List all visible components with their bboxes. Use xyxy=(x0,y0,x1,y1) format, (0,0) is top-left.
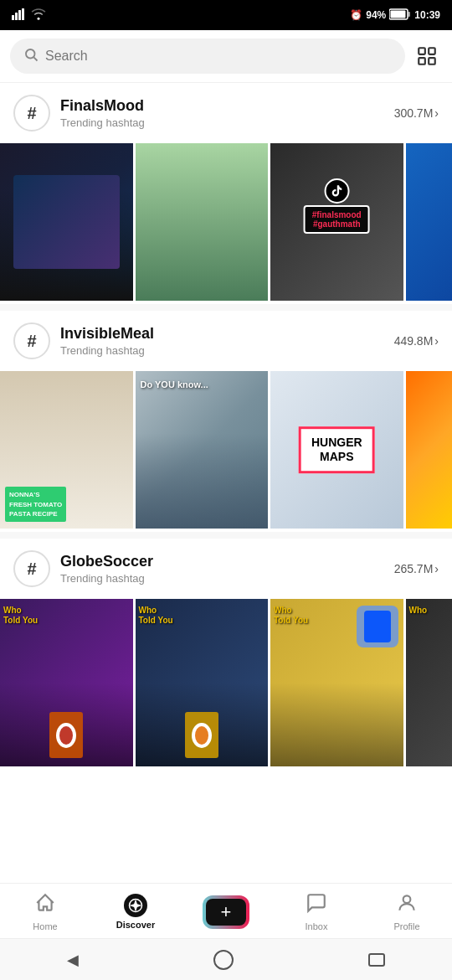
hashtag-name-1: FinalsMood xyxy=(60,97,145,115)
nav-label-profile: Profile xyxy=(393,921,419,931)
hashtag-left-1: # FinalsMood Trending hashtag xyxy=(13,95,145,132)
nav-item-home[interactable]: Home xyxy=(16,892,74,931)
hunger-maps-box: HUNGERMAPS xyxy=(299,426,375,473)
hashtag-header-1[interactable]: # FinalsMood Trending hashtag 300.7M › xyxy=(13,95,439,132)
nav-item-profile[interactable]: Profile xyxy=(378,892,436,931)
who-text-2: WhoTold You xyxy=(139,606,173,626)
hashtag-subtitle-3: Trending hashtag xyxy=(60,572,153,585)
hashtag-left-2: # InvisibleMeal Trending hashtag xyxy=(13,322,154,359)
nav-item-inbox[interactable]: Inbox xyxy=(287,892,346,931)
hashtag-name-2: InvisibleMeal xyxy=(60,325,154,343)
hashtag-header-2[interactable]: # InvisibleMeal Trending hashtag 449.8M … xyxy=(13,322,439,359)
hashtag-left-3: # GlobeSoccer Trending hashtag xyxy=(13,550,153,587)
content-scroll: # FinalsMood Trending hashtag 300.7M › xyxy=(0,83,452,980)
status-left xyxy=(12,8,46,23)
recents-button[interactable] xyxy=(368,953,385,967)
who-text-4: Who xyxy=(409,606,428,616)
svg-rect-5 xyxy=(391,10,406,18)
chevron-icon-1: › xyxy=(434,106,439,120)
svg-rect-10 xyxy=(429,48,435,54)
chevron-icon-2: › xyxy=(434,334,439,348)
hashtag-section-3: # GlobeSoccer Trending hashtag 265.7M › xyxy=(0,539,452,599)
signal-icon xyxy=(12,8,27,23)
battery-text: 94% xyxy=(366,9,386,21)
video-thumb-1-2[interactable] xyxy=(136,143,269,301)
nav-label-home: Home xyxy=(33,921,57,931)
video-thumb-3-1[interactable]: WhoTold You xyxy=(0,599,133,766)
discover-icon xyxy=(124,894,147,917)
hashtag-count-2: 449.8M › xyxy=(394,334,439,348)
home-button[interactable] xyxy=(213,950,234,970)
video-grid-3: WhoTold You WhoTold You WhoTold You xyxy=(0,599,452,766)
chevron-icon-3: › xyxy=(434,562,439,575)
svg-rect-2 xyxy=(18,10,21,20)
search-icon xyxy=(23,47,39,65)
who-text-1: WhoTold You xyxy=(3,606,38,626)
video-thumb-1-3[interactable]: #finalsmood #gauthmath xyxy=(270,143,403,301)
video-thumb-3-2[interactable]: WhoTold You xyxy=(136,599,269,766)
video-thumb-2-1[interactable]: Nonna'sFresh TomatoPasta Recipe xyxy=(0,371,133,529)
svg-point-15 xyxy=(403,895,411,903)
svg-rect-0 xyxy=(12,15,14,20)
alarm-icon: ⏰ xyxy=(350,9,362,21)
bottom-nav: Home Discover + Inbox xyxy=(0,883,452,938)
search-bar xyxy=(0,30,452,83)
wifi-icon xyxy=(31,8,46,23)
svg-rect-6 xyxy=(408,12,410,17)
video-thumb-2-3[interactable]: HUNGERMAPS xyxy=(270,371,403,529)
hashtag-info-1: FinalsMood Trending hashtag xyxy=(60,97,145,129)
tiktok-circle xyxy=(324,178,349,204)
nav-label-inbox: Inbox xyxy=(306,921,328,931)
hashtag-section-1: # FinalsMood Trending hashtag 300.7M › xyxy=(0,83,452,143)
section-divider-2 xyxy=(0,532,452,539)
hashtag-count-1: 300.7M › xyxy=(394,106,439,120)
hashtag-info-3: GlobeSoccer Trending hashtag xyxy=(60,553,153,585)
hashtag-subtitle-1: Trending hashtag xyxy=(60,116,145,129)
hashtag-subtitle-2: Trending hashtag xyxy=(60,344,154,357)
svg-rect-1 xyxy=(15,13,18,20)
svg-point-7 xyxy=(26,49,35,59)
do-you-know-label: Do YOU know... xyxy=(141,379,208,389)
video-thumb-1-1[interactable] xyxy=(0,143,133,301)
nav-item-post[interactable]: + xyxy=(197,895,255,929)
video-thumb-2-4[interactable] xyxy=(406,371,452,529)
back-button[interactable]: ◀ xyxy=(67,951,79,969)
nonna-overlay: Nonna'sFresh TomatoPasta Recipe xyxy=(5,487,66,522)
nav-item-discover[interactable]: Discover xyxy=(106,894,165,930)
video-thumb-3-3[interactable]: WhoTold You xyxy=(270,599,403,766)
svg-rect-11 xyxy=(419,58,425,64)
search-input-container[interactable] xyxy=(10,39,405,74)
hashtag-header-3[interactable]: # GlobeSoccer Trending hashtag 265.7M › xyxy=(13,550,439,587)
hashtag-info-2: InvisibleMeal Trending hashtag xyxy=(60,325,154,357)
video-thumb-1-4[interactable] xyxy=(406,143,452,301)
tiktok-badge: #finalsmood #gauthmath xyxy=(304,178,370,234)
video-grid-1: #finalsmood #gauthmath xyxy=(0,143,452,301)
plus-icon: + xyxy=(221,903,232,921)
section-divider-1 xyxy=(0,304,452,311)
video-grid-2: Nonna'sFresh TomatoPasta Recipe Do YOU k… xyxy=(0,371,452,529)
svg-rect-3 xyxy=(22,8,24,20)
tag-box: #finalsmood #gauthmath xyxy=(304,205,370,234)
hash-icon-2: # xyxy=(13,322,50,359)
status-right: ⏰ 94% 10:39 xyxy=(350,8,440,23)
hashtag-name-3: GlobeSoccer xyxy=(60,553,153,570)
video-thumb-2-2[interactable]: Do YOU know... xyxy=(136,371,269,529)
hash-icon-1: # xyxy=(13,95,50,132)
video-thumb-3-4[interactable]: Who xyxy=(406,599,452,766)
expand-icon[interactable] xyxy=(412,41,442,71)
status-bar: ⏰ 94% 10:39 xyxy=(0,0,452,30)
android-nav: ◀ xyxy=(0,938,452,980)
nav-label-discover: Discover xyxy=(116,920,155,930)
post-button-inner: + xyxy=(206,899,246,926)
svg-rect-9 xyxy=(419,48,425,54)
search-input[interactable] xyxy=(45,49,392,64)
hunger-maps-text: HUNGERMAPS xyxy=(311,436,362,464)
hash-icon-3: # xyxy=(13,550,50,587)
who-text-3: WhoTold You xyxy=(274,606,308,626)
hashtag-section-2: # InvisibleMeal Trending hashtag 449.8M … xyxy=(0,311,452,371)
svg-rect-12 xyxy=(429,58,435,64)
svg-line-8 xyxy=(33,57,37,60)
inbox-icon xyxy=(306,892,327,919)
home-icon xyxy=(34,892,56,919)
post-button[interactable]: + xyxy=(203,895,249,929)
